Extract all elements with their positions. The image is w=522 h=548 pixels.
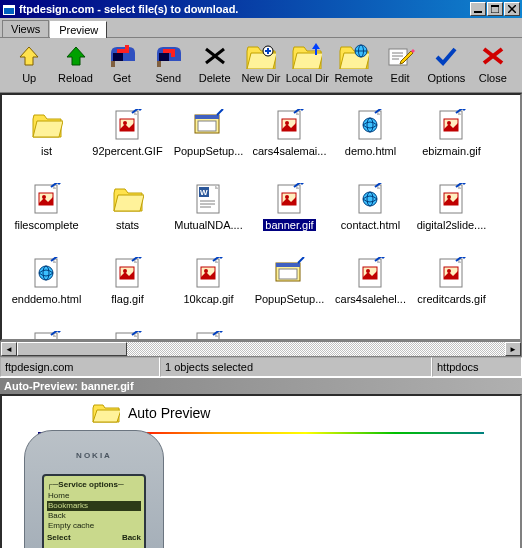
tab-bar: Views Preview <box>0 18 522 38</box>
file-item[interactable]: filescomplete <box>6 179 87 253</box>
toolbar-label: Remote <box>334 72 373 84</box>
edit-pencil-icon <box>385 42 415 70</box>
phone-menu-item: Home <box>47 491 141 501</box>
remote-button[interactable]: Remote <box>331 42 377 84</box>
tab-preview[interactable]: Preview <box>50 21 107 38</box>
file-item[interactable]: expresscap.... <box>87 327 168 341</box>
reload-button[interactable]: Reload <box>52 42 98 84</box>
toolbar-label: Reload <box>58 72 93 84</box>
mailbox-in-icon <box>153 42 183 70</box>
send-button[interactable]: Send <box>145 42 191 84</box>
svg-rect-5 <box>491 5 499 7</box>
scroll-left-button[interactable]: ◄ <box>1 342 17 356</box>
new-folder-icon <box>246 42 276 70</box>
localdir-button[interactable]: Local Dir <box>284 42 330 84</box>
file-item[interactable]: creditcards.gif <box>411 253 492 327</box>
file-item[interactable]: demo.html <box>330 105 411 179</box>
file-label: flag.gif <box>109 293 145 305</box>
toolbar-label: New Dir <box>241 72 280 84</box>
file-label: demo.html <box>343 145 398 157</box>
gif-icon <box>193 331 225 341</box>
gif-icon <box>112 257 144 289</box>
file-item[interactable]: ebizmain.gif <box>411 105 492 179</box>
file-label: 92percent.GIF <box>90 145 164 157</box>
file-item[interactable]: PopupSetup... <box>249 253 330 327</box>
file-item[interactable]: cars4salehel... <box>330 253 411 327</box>
svg-rect-9 <box>111 61 115 67</box>
status-selection: 1 objects selected <box>160 357 432 377</box>
gif-icon <box>31 183 63 215</box>
file-label: banner.gif <box>263 219 315 231</box>
phone-menu-item: Bookmarks <box>47 501 141 511</box>
file-item[interactable]: contact.html <box>330 179 411 253</box>
app-window-icon <box>274 257 306 289</box>
html-icon <box>355 109 387 141</box>
up-arrow-icon <box>14 42 44 70</box>
toolbar-label: Up <box>22 72 36 84</box>
file-item[interactable]: ebizabout.gif <box>6 327 87 341</box>
edit-button[interactable]: Edit <box>377 42 423 84</box>
svg-rect-10 <box>159 53 169 61</box>
file-label: digital2slide.... <box>415 219 489 231</box>
scroll-thumb[interactable] <box>17 342 127 356</box>
phone-mockup: NOKIA ┌─Service options─ HomeBookmarksBa… <box>24 430 164 548</box>
svg-rect-1 <box>4 8 14 14</box>
file-item[interactable]: MutualNDA.... <box>168 179 249 253</box>
up-button[interactable]: Up <box>6 42 52 84</box>
file-item[interactable]: banner.gif <box>249 179 330 253</box>
file-item[interactable]: stats <box>87 179 168 253</box>
auto-preview-header: Auto Preview <box>2 396 520 430</box>
status-path: httpdocs <box>432 357 522 377</box>
file-label: cars4salehel... <box>333 293 408 305</box>
file-item[interactable]: 92percent.GIF <box>87 105 168 179</box>
gif-icon <box>436 257 468 289</box>
folder-icon <box>31 109 63 141</box>
scroll-track[interactable] <box>17 342 505 356</box>
file-label: PopupSetup... <box>253 293 327 305</box>
scroll-right-button[interactable]: ► <box>505 342 521 356</box>
file-label: ebizmain.gif <box>420 145 483 157</box>
get-button[interactable]: Get <box>99 42 145 84</box>
maximize-button[interactable] <box>487 2 503 16</box>
file-label: stats <box>114 219 141 231</box>
folder-icon <box>92 402 120 424</box>
file-item[interactable]: ftp2.jpg <box>168 327 249 341</box>
app-icon <box>2 2 16 16</box>
local-dir-icon <box>292 42 322 70</box>
remote-icon <box>339 42 369 70</box>
doc-icon <box>193 183 225 215</box>
file-label: ist <box>39 145 54 157</box>
phone-brand: NOKIA <box>25 451 163 460</box>
close-x-icon <box>478 42 508 70</box>
file-item[interactable]: flag.gif <box>87 253 168 327</box>
file-label: cars4salemai... <box>251 145 329 157</box>
delete-button[interactable]: Delete <box>191 42 237 84</box>
window-title: ftpdesign.com - select file(s) to downlo… <box>19 3 470 15</box>
phone-menu-title: ┌─Service options─ <box>47 480 141 490</box>
file-item[interactable]: cars4salemai... <box>249 105 330 179</box>
options-check-icon <box>431 42 461 70</box>
gif-icon <box>112 109 144 141</box>
newdir-button[interactable]: New Dir <box>238 42 284 84</box>
svg-rect-17 <box>315 49 317 55</box>
file-item[interactable]: digital2slide.... <box>411 179 492 253</box>
svg-rect-11 <box>157 61 161 67</box>
status-bar: ftpdesign.com 1 objects selected httpdoc… <box>0 357 522 377</box>
close-button[interactable]: Close <box>470 42 516 84</box>
file-item[interactable]: enddemo.html <box>6 253 87 327</box>
file-item[interactable]: PopupSetup... <box>168 105 249 179</box>
options-button[interactable]: Options <box>423 42 469 84</box>
file-label: contact.html <box>339 219 402 231</box>
phone-softkey-right: Back <box>122 533 141 543</box>
close-button[interactable] <box>504 2 520 16</box>
mailbox-out-icon <box>107 42 137 70</box>
file-list-pane[interactable]: ist92percent.GIFPopupSetup...cars4salema… <box>0 93 522 341</box>
file-label: MutualNDA.... <box>172 219 244 231</box>
gif-icon <box>112 331 144 341</box>
horizontal-scrollbar[interactable]: ◄ ► <box>0 341 522 357</box>
phone-menu-item: Empty cache <box>47 521 141 531</box>
minimize-button[interactable] <box>470 2 486 16</box>
file-item[interactable]: 10kcap.gif <box>168 253 249 327</box>
file-item[interactable]: ist <box>6 105 87 179</box>
tab-views[interactable]: Views <box>2 20 49 37</box>
